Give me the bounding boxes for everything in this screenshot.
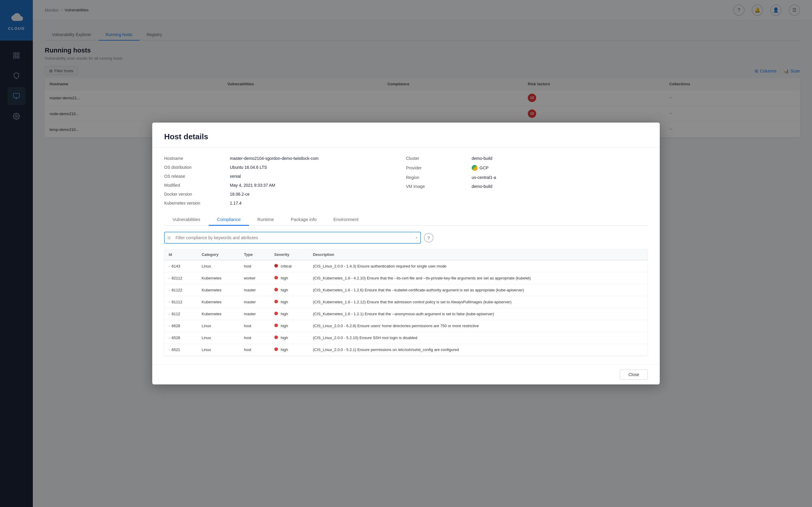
severity-dot bbox=[274, 336, 278, 339]
severity-label: high bbox=[281, 300, 288, 304]
compliance-table-wrap: Id Category Type Severity Description › … bbox=[164, 249, 648, 356]
compliance-id-cell: › 6143 bbox=[164, 260, 198, 272]
compliance-filter-input[interactable] bbox=[164, 232, 421, 244]
severity-dot bbox=[274, 347, 278, 351]
compliance-description: (CIS_Linux_2.0.0 - 5.2.10) Ensure SSH ro… bbox=[309, 332, 648, 344]
compliance-category: Kubernetes bbox=[198, 296, 240, 308]
chevron-icon[interactable]: › bbox=[169, 312, 170, 316]
chevron-icon[interactable]: › bbox=[169, 288, 170, 292]
info-vm-image: VM image demo-build bbox=[406, 184, 648, 189]
tab-environment[interactable]: Environment bbox=[325, 214, 367, 226]
severity-label: critical bbox=[281, 264, 292, 268]
compliance-id: 6528 bbox=[172, 336, 180, 340]
tab-package-info[interactable]: Package info bbox=[283, 214, 325, 226]
modified-label: Modified bbox=[164, 183, 230, 187]
modal-overlay[interactable]: Host details Hostname master-demo2104-sg… bbox=[0, 0, 812, 507]
compliance-id: 8112 bbox=[172, 312, 180, 316]
vm-image-value: demo-build bbox=[472, 184, 648, 189]
compliance-severity: high bbox=[270, 320, 309, 332]
compliance-table-row[interactable]: › 6521 Linux host high (CIS_Linux_2.0.0 … bbox=[164, 344, 648, 356]
compliance-id-cell: › 82112 bbox=[164, 272, 198, 284]
compliance-severity: high bbox=[270, 296, 309, 308]
compliance-table-row[interactable]: › 8112 Kubernetes master high (CIS_Kuber… bbox=[164, 308, 648, 320]
info-cluster: Cluster demo-build bbox=[406, 156, 648, 161]
severity-label: high bbox=[281, 336, 288, 340]
compliance-type: host bbox=[240, 260, 270, 272]
info-modified: Modified May 4, 2021 9:33:37 AM bbox=[164, 183, 406, 187]
compliance-id: 6143 bbox=[172, 264, 180, 268]
close-button[interactable]: Close bbox=[620, 370, 648, 380]
filter-clear-icon[interactable]: × bbox=[415, 235, 418, 240]
compliance-id-cell: › 6521 bbox=[164, 344, 198, 356]
compliance-category: Kubernetes bbox=[198, 308, 240, 320]
host-details-modal: Host details Hostname master-demo2104-sg… bbox=[152, 123, 660, 384]
vm-image-label: VM image bbox=[406, 184, 472, 189]
compliance-severity: high bbox=[270, 332, 309, 344]
col-type: Type bbox=[240, 249, 270, 260]
chevron-icon[interactable]: › bbox=[169, 276, 170, 280]
severity-label: high bbox=[281, 312, 288, 316]
compliance-id: 82112 bbox=[172, 276, 183, 280]
compliance-id: 81112 bbox=[172, 300, 183, 304]
modal-body: Hostname master-demo2104-sgordon-demo-tw… bbox=[152, 148, 660, 364]
compliance-table-row[interactable]: › 82112 Kubernetes worker high (CIS_Kube… bbox=[164, 272, 648, 284]
chevron-icon[interactable]: › bbox=[169, 324, 170, 328]
info-docker: Docker version 18.06.2-ce bbox=[164, 192, 406, 196]
tab-compliance[interactable]: Compliance bbox=[209, 214, 249, 226]
chevron-icon[interactable]: › bbox=[169, 300, 170, 304]
info-k8s: Kubernetes version 1.17.4 bbox=[164, 201, 406, 206]
compliance-table-row[interactable]: › 81112 Kubernetes master high (CIS_Kube… bbox=[164, 296, 648, 308]
compliance-filter: ⊞ × ? bbox=[164, 232, 648, 244]
cluster-value: demo-build bbox=[472, 156, 648, 161]
modified-value: May 4, 2021 9:33:37 AM bbox=[230, 183, 406, 187]
filter-input-wrap: ⊞ × bbox=[164, 232, 421, 244]
compliance-id-cell: › 6528 bbox=[164, 332, 198, 344]
provider-label: Provider bbox=[406, 166, 472, 170]
severity-dot bbox=[274, 264, 278, 268]
severity-dot bbox=[274, 300, 278, 303]
info-provider: Provider GCP bbox=[406, 165, 648, 171]
severity-label: high bbox=[281, 347, 288, 352]
severity-dot bbox=[274, 312, 278, 315]
compliance-table: Id Category Type Severity Description › … bbox=[164, 249, 648, 356]
modal-tabs: Vulnerabilities Compliance Runtime Packa… bbox=[164, 214, 648, 226]
compliance-category: Kubernetes bbox=[198, 284, 240, 296]
compliance-type: host bbox=[240, 320, 270, 332]
chevron-icon[interactable]: › bbox=[169, 265, 170, 268]
compliance-description: (CIS_Kubernetes_1.6 - 1.2.1) Ensure that… bbox=[309, 308, 648, 320]
k8s-label: Kubernetes version bbox=[164, 201, 230, 206]
chevron-icon[interactable]: › bbox=[169, 336, 170, 340]
severity-dot bbox=[274, 288, 278, 291]
tab-runtime[interactable]: Runtime bbox=[249, 214, 283, 226]
compliance-table-row[interactable]: › 81122 Kubernetes master high (CIS_Kube… bbox=[164, 284, 648, 296]
host-info-left: Hostname master-demo2104-sgordon-demo-tw… bbox=[164, 156, 406, 206]
compliance-type: worker bbox=[240, 272, 270, 284]
filter-help-icon[interactable]: ? bbox=[424, 233, 434, 242]
compliance-type: master bbox=[240, 284, 270, 296]
compliance-description: (CIS_Linux_2.0.0 - 6.2.8) Ensure users' … bbox=[309, 320, 648, 332]
tab-vulnerabilities[interactable]: Vulnerabilities bbox=[164, 214, 209, 226]
k8s-value: 1.17.4 bbox=[230, 201, 406, 206]
provider-value: GCP bbox=[472, 165, 648, 171]
host-info-grid: Hostname master-demo2104-sgordon-demo-tw… bbox=[164, 156, 648, 206]
compliance-table-row[interactable]: › 6143 Linux host critical (CIS_Linux_2.… bbox=[164, 260, 648, 272]
compliance-table-row[interactable]: › 6628 Linux host high (CIS_Linux_2.0.0 … bbox=[164, 320, 648, 332]
host-info-right: Cluster demo-build Provider GCP Region u… bbox=[406, 156, 648, 206]
compliance-table-row[interactable]: › 6528 Linux host high (CIS_Linux_2.0.0 … bbox=[164, 332, 648, 344]
region-value: us-central1-a bbox=[472, 175, 648, 180]
compliance-id-cell: › 81122 bbox=[164, 284, 198, 296]
compliance-category: Linux bbox=[198, 320, 240, 332]
col-id: Id bbox=[164, 249, 198, 260]
compliance-description: (CIS_Kubernetes_1.6 - 1.2.6) Ensure that… bbox=[309, 284, 648, 296]
compliance-type: host bbox=[240, 344, 270, 356]
compliance-category: Linux bbox=[198, 344, 240, 356]
severity-dot bbox=[274, 324, 278, 327]
os-dist-value: Ubuntu 16.04.6 LTS bbox=[230, 165, 406, 170]
compliance-id: 81122 bbox=[172, 288, 183, 292]
hostname-value: master-demo2104-sgordon-demo-twistlock-c… bbox=[230, 156, 406, 161]
col-severity: Severity bbox=[270, 249, 309, 260]
compliance-id: 6628 bbox=[172, 324, 180, 328]
compliance-description: (CIS_Kubernetes_1.6 - 4.2.10) Ensure tha… bbox=[309, 272, 648, 284]
compliance-severity: high bbox=[270, 308, 309, 320]
chevron-icon[interactable]: › bbox=[169, 348, 170, 352]
